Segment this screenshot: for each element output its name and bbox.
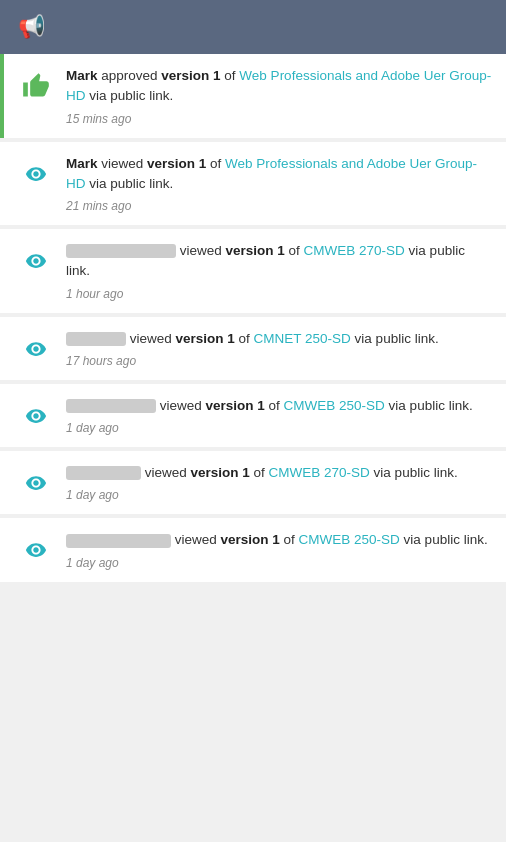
- feed-item-text: viewed version 1 of CMWEB 250-SD via pub…: [66, 530, 492, 550]
- header: 📢: [0, 0, 506, 54]
- feed-link[interactable]: CMWEB 250-SD: [299, 532, 400, 547]
- feed-item-content: viewed version 1 of CMWEB 270-SD via pub…: [66, 241, 492, 301]
- feed-link[interactable]: CMWEB 270-SD: [269, 465, 370, 480]
- feed-item: Mark approved version 1 of Web Professio…: [0, 54, 506, 138]
- feed-item-text: Mark viewed version 1 of Web Professiona…: [66, 154, 492, 195]
- feed-link[interactable]: Web Professionals and Adobe Uer Group-HD: [66, 68, 491, 103]
- feed-link[interactable]: CMNET 250-SD: [254, 331, 351, 346]
- feed-item-time: 1 day ago: [66, 488, 492, 502]
- feed-container[interactable]: Mark approved version 1 of Web Professio…: [0, 54, 506, 842]
- feed-item-text: viewed version 1 of CMNET 250-SD via pub…: [66, 329, 492, 349]
- thumbs-up-icon: [18, 68, 54, 104]
- feed-item-text: Mark approved version 1 of Web Professio…: [66, 66, 492, 107]
- feed-item-content: viewed version 1 of CMWEB 250-SD via pub…: [66, 530, 492, 569]
- eye-icon: [18, 465, 54, 501]
- feed-item-content: viewed version 1 of CMWEB 250-SD via pub…: [66, 396, 492, 435]
- feed-item-content: Mark viewed version 1 of Web Professiona…: [66, 154, 492, 214]
- feed-item-time: 1 day ago: [66, 421, 492, 435]
- eye-icon: [18, 331, 54, 367]
- feed-item-time: 15 mins ago: [66, 112, 492, 126]
- feed-item: viewed version 1 of CMWEB 270-SD via pub…: [0, 451, 506, 514]
- feed-item-time: 17 hours ago: [66, 354, 492, 368]
- feed-link[interactable]: Web Professionals and Adobe Uer Group-HD: [66, 156, 477, 191]
- feed-link[interactable]: CMWEB 250-SD: [284, 398, 385, 413]
- feed-link[interactable]: CMWEB 270-SD: [304, 243, 405, 258]
- feed-item-text: viewed version 1 of CMWEB 270-SD via pub…: [66, 463, 492, 483]
- feed-item-content: viewed version 1 of CMNET 250-SD via pub…: [66, 329, 492, 368]
- eye-icon: [18, 243, 54, 279]
- eye-icon: [18, 532, 54, 568]
- feed-item-time: 1 day ago: [66, 556, 492, 570]
- feed-item: viewed version 1 of CMWEB 250-SD via pub…: [0, 384, 506, 447]
- feed-item-text: viewed version 1 of CMWEB 270-SD via pub…: [66, 241, 492, 282]
- feed-item-text: viewed version 1 of CMWEB 250-SD via pub…: [66, 396, 492, 416]
- feed-item: viewed version 1 of CMWEB 270-SD via pub…: [0, 229, 506, 313]
- feed-item: viewed version 1 of CMNET 250-SD via pub…: [0, 317, 506, 380]
- feed-item-time: 21 mins ago: [66, 199, 492, 213]
- eye-icon: [18, 398, 54, 434]
- feed-item-time: 1 hour ago: [66, 287, 492, 301]
- feed-item: Mark viewed version 1 of Web Professiona…: [0, 142, 506, 226]
- feed-item: viewed version 1 of CMWEB 250-SD via pub…: [0, 518, 506, 581]
- megaphone-icon: 📢: [18, 14, 45, 40]
- feed-item-content: viewed version 1 of CMWEB 270-SD via pub…: [66, 463, 492, 502]
- eye-icon: [18, 156, 54, 192]
- feed-item-content: Mark approved version 1 of Web Professio…: [66, 66, 492, 126]
